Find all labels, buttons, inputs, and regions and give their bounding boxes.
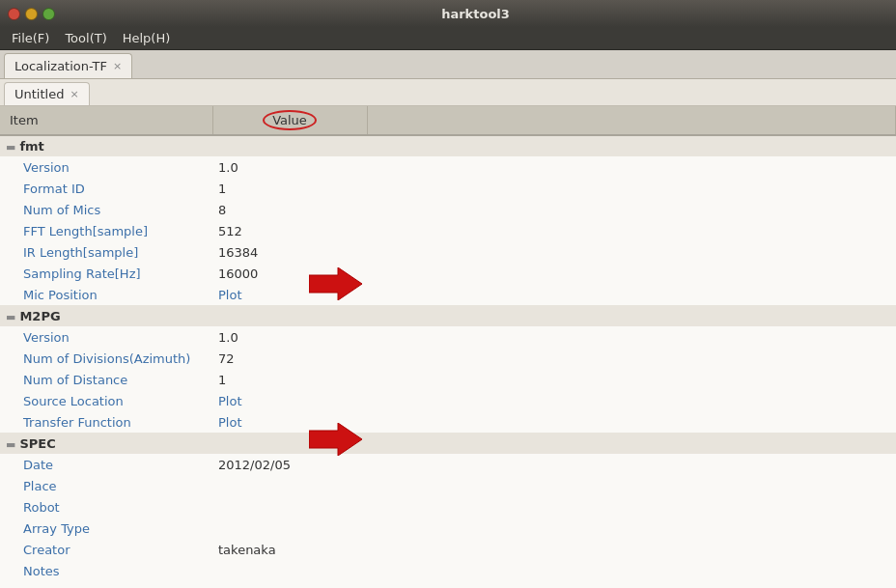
close-button[interactable] <box>8 8 20 20</box>
table-row: Num of Divisions(Azimuth)72 <box>0 348 896 369</box>
item-cell: IR Length[sample] <box>0 241 212 263</box>
section-collapse-icon[interactable]: ▬ <box>6 438 15 451</box>
item-cell: Num of Mics <box>0 199 212 220</box>
item-cell: Source Location <box>0 390 212 411</box>
inner-tab-label: Untitled <box>14 87 64 101</box>
column-header-value: Value <box>212 106 367 135</box>
main-content: Localization-TF × Untitled × Item Value <box>0 50 896 588</box>
item-cell: Version <box>0 156 212 178</box>
value-cell: 1.0 <box>212 326 367 348</box>
item-cell: Num of Distance <box>0 369 212 390</box>
extra-cell <box>367 411 896 433</box>
value-cell: 512 <box>212 220 367 241</box>
data-table-container: Item Value ▬fmtVersion1.0Format ID1Num o… <box>0 106 896 588</box>
extra-cell <box>367 560 896 581</box>
extra-cell <box>367 475 896 496</box>
table-row-section-M2PG: ▬M2PG <box>0 305 896 326</box>
extra-cell <box>367 518 896 539</box>
menu-bar: File(F) Tool(T) Help(H) <box>0 27 896 50</box>
extra-cell <box>367 220 896 241</box>
table-row: Notes <box>0 560 896 581</box>
item-cell: Mic Position <box>0 284 212 305</box>
window-controls <box>8 8 55 20</box>
extra-cell <box>367 156 896 178</box>
table-row: Transfer FunctionPlot <box>0 411 896 433</box>
extra-cell <box>367 178 896 199</box>
table-header-row: Item Value <box>0 106 896 135</box>
item-cell: Num of Divisions(Azimuth) <box>0 348 212 369</box>
title-bar: harktool3 <box>0 0 896 27</box>
table-row: Creatortakenaka <box>0 539 896 560</box>
extra-cell <box>367 539 896 560</box>
table-row: Sampling Rate[Hz]16000 <box>0 263 896 284</box>
item-cell: Format ID <box>0 178 212 199</box>
menu-help[interactable]: Help(H) <box>115 29 179 47</box>
value-cell <box>212 560 367 581</box>
table-row-section-SPEC: ▬SPEC <box>0 433 896 454</box>
value-cell: 16384 <box>212 241 367 263</box>
table-body: ▬fmtVersion1.0Format ID1Num of Mics8FFT … <box>0 135 896 581</box>
item-cell: Robot <box>0 496 212 518</box>
tab-localization-tf[interactable]: Localization-TF × <box>4 53 132 78</box>
section-collapse-icon[interactable]: ▬ <box>6 311 15 323</box>
value-cell[interactable]: Plot <box>212 284 367 305</box>
section-collapse-icon[interactable]: ▬ <box>6 141 15 154</box>
table-row: Array Type <box>0 518 896 539</box>
table-row: Date2012/02/05 <box>0 454 896 475</box>
table-row: Place <box>0 475 896 496</box>
table-row: Mic PositionPlot <box>0 284 896 305</box>
data-table: Item Value ▬fmtVersion1.0Format ID1Num o… <box>0 106 896 581</box>
value-cell: 16000 <box>212 263 367 284</box>
item-cell: Transfer Function <box>0 411 212 433</box>
inner-tab-close[interactable]: × <box>70 89 78 99</box>
column-header-extra <box>367 106 896 135</box>
item-cell: Notes <box>0 560 212 581</box>
extra-cell <box>367 284 896 305</box>
table-row: Version1.0 <box>0 156 896 178</box>
extra-cell <box>367 454 896 475</box>
value-cell: 1.0 <box>212 156 367 178</box>
outer-tab-close[interactable]: × <box>113 61 122 71</box>
menu-file[interactable]: File(F) <box>4 29 57 47</box>
extra-cell <box>367 369 896 390</box>
tab-untitled[interactable]: Untitled × <box>4 82 90 105</box>
item-cell: Array Type <box>0 518 212 539</box>
value-cell[interactable]: Plot <box>212 411 367 433</box>
table-row: IR Length[sample]16384 <box>0 241 896 263</box>
item-cell: Version <box>0 326 212 348</box>
outer-tab-label: Localization-TF <box>14 59 107 73</box>
value-cell: takenaka <box>212 539 367 560</box>
value-cell <box>212 496 367 518</box>
table-row: Num of Distance1 <box>0 369 896 390</box>
value-cell <box>212 518 367 539</box>
table-row: Robot <box>0 496 896 518</box>
column-header-item: Item <box>0 106 212 135</box>
outer-tab-bar: Localization-TF × <box>0 50 896 79</box>
item-cell: FFT Length[sample] <box>0 220 212 241</box>
inner-tab-bar: Untitled × <box>0 79 896 106</box>
window-title: harktool3 <box>63 7 888 21</box>
extra-cell <box>367 348 896 369</box>
minimize-button[interactable] <box>25 8 38 20</box>
extra-cell <box>367 241 896 263</box>
value-cell: 1 <box>212 369 367 390</box>
extra-cell <box>367 199 896 220</box>
table-row: Source LocationPlot <box>0 390 896 411</box>
table-row: Num of Mics8 <box>0 199 896 220</box>
extra-cell <box>367 496 896 518</box>
value-cell <box>212 475 367 496</box>
value-cell: 8 <box>212 199 367 220</box>
table-row: Version1.0 <box>0 326 896 348</box>
extra-cell <box>367 326 896 348</box>
value-cell[interactable]: Plot <box>212 390 367 411</box>
table-row: FFT Length[sample]512 <box>0 220 896 241</box>
item-cell: Creator <box>0 539 212 560</box>
value-cell: 1 <box>212 178 367 199</box>
item-cell: Date <box>0 454 212 475</box>
value-cell: 72 <box>212 348 367 369</box>
extra-cell <box>367 263 896 284</box>
item-cell: Sampling Rate[Hz] <box>0 263 212 284</box>
menu-tool[interactable]: Tool(T) <box>57 29 114 47</box>
value-cell: 2012/02/05 <box>212 454 367 475</box>
maximize-button[interactable] <box>42 8 55 20</box>
